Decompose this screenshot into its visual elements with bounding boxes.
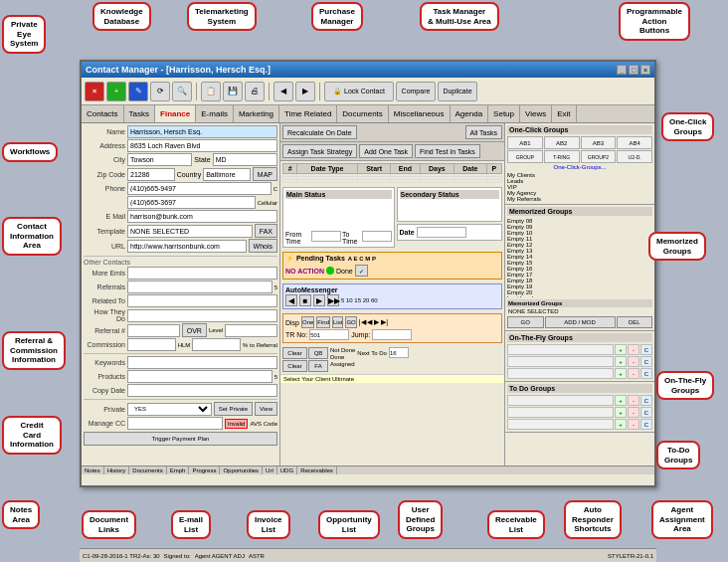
- lock-contact-button[interactable]: 🔒 Lock Contact: [324, 82, 394, 101]
- trigger-payment-button[interactable]: Trigger Payment Plan: [84, 432, 277, 446]
- refresh-button[interactable]: ⟳: [150, 82, 170, 101]
- phone2-input[interactable]: [127, 196, 256, 209]
- email-input[interactable]: [127, 210, 277, 223]
- tab-marketing[interactable]: Marketing: [234, 105, 279, 122]
- whois-button[interactable]: Whois: [249, 239, 277, 253]
- next-todo-input[interactable]: [389, 347, 409, 358]
- mem-del-button[interactable]: DEL: [617, 316, 653, 328]
- otf-minus-2[interactable]: -: [628, 356, 639, 367]
- otf-minus-3[interactable]: -: [628, 368, 639, 379]
- recalculate-button[interactable]: Recalculate On Date: [282, 125, 357, 139]
- compare-button[interactable]: Compare: [396, 82, 436, 101]
- group-ab2[interactable]: AB2: [544, 136, 580, 149]
- state-input[interactable]: [213, 153, 277, 166]
- btab-opportunities[interactable]: Opportunities: [220, 467, 263, 474]
- one-button[interactable]: One: [301, 316, 314, 328]
- phone1-input[interactable]: [127, 182, 272, 195]
- tab-agenda[interactable]: Agenda: [451, 105, 489, 122]
- btab-receivables[interactable]: Receivables: [297, 467, 337, 474]
- todo-minus-1[interactable]: -: [628, 395, 639, 406]
- from-time-input[interactable]: [311, 231, 341, 242]
- view-button[interactable]: View: [255, 402, 277, 416]
- todo-plus-1[interactable]: +: [615, 395, 627, 406]
- date-input[interactable]: [417, 227, 466, 238]
- otf-plus-2[interactable]: +: [615, 356, 627, 367]
- find-jump-button[interactable]: Find: [316, 316, 330, 328]
- products-input[interactable]: [127, 370, 273, 383]
- otf-c-1[interactable]: C: [640, 344, 652, 355]
- hlm-input[interactable]: [192, 338, 241, 351]
- edit-button[interactable]: ✎: [128, 82, 148, 101]
- ovr-button[interactable]: OVR: [182, 323, 207, 337]
- qb-btn[interactable]: QB: [308, 347, 328, 359]
- tab-setup[interactable]: Setup: [488, 105, 520, 122]
- fax-button[interactable]: FAX: [255, 224, 277, 238]
- group-group2[interactable]: GROUP2: [581, 150, 617, 163]
- tr-input[interactable]: [309, 329, 349, 340]
- otf-minus-1[interactable]: -: [628, 344, 639, 355]
- find-task-button[interactable]: Find Test In Tasks: [415, 144, 480, 158]
- referral-input[interactable]: [127, 324, 180, 337]
- more-email-input[interactable]: [127, 267, 277, 280]
- tab-exit[interactable]: Exit: [552, 105, 576, 122]
- copy-date-input[interactable]: [127, 384, 277, 397]
- jump-input[interactable]: [372, 329, 412, 340]
- to-time-input[interactable]: [362, 231, 392, 242]
- btab-progress[interactable]: Progress: [189, 467, 220, 474]
- one-click-all-link[interactable]: One-Click-Groups...: [507, 164, 652, 170]
- btab-emph[interactable]: Emph: [167, 467, 190, 474]
- group-ab3[interactable]: AB3: [581, 136, 617, 149]
- referrals-input[interactable]: [127, 281, 273, 293]
- go-jump-button[interactable]: GO: [345, 316, 356, 328]
- tab-tasks[interactable]: Tasks: [124, 105, 155, 122]
- zip-input[interactable]: [127, 168, 175, 181]
- level-input[interactable]: [225, 324, 277, 337]
- btab-documents[interactable]: Documents: [129, 467, 166, 474]
- commission-input[interactable]: [127, 338, 176, 351]
- todo-c-2[interactable]: C: [640, 407, 652, 418]
- tab-contacts[interactable]: Contacts: [82, 105, 124, 122]
- am-stop-button[interactable]: ■: [299, 294, 311, 306]
- add-task-button[interactable]: Add One Task: [359, 144, 413, 158]
- otf-plus-3[interactable]: +: [615, 368, 627, 379]
- done-button[interactable]: ✓: [355, 265, 368, 277]
- list-jump-button[interactable]: List: [332, 316, 343, 328]
- delete-button[interactable]: ×: [85, 82, 104, 101]
- maximize-button[interactable]: □: [629, 65, 638, 75]
- group-ab4[interactable]: AB4: [617, 136, 652, 149]
- address-input[interactable]: [127, 139, 277, 152]
- otf-plus-1[interactable]: +: [615, 344, 627, 355]
- save-button[interactable]: 💾: [223, 82, 243, 101]
- group-ab1[interactable]: AB1: [507, 136, 543, 149]
- am-play-button[interactable]: ▶: [313, 294, 325, 306]
- map-button[interactable]: MAP: [253, 167, 277, 181]
- btab-url[interactable]: Url: [263, 467, 277, 474]
- template-input[interactable]: [127, 225, 253, 238]
- country-input[interactable]: [203, 168, 251, 181]
- how-they-do-input[interactable]: [127, 309, 277, 322]
- related-to-input[interactable]: [127, 294, 277, 307]
- todo-c-1[interactable]: C: [640, 395, 652, 406]
- group-u2d[interactable]: U2-D.: [617, 150, 652, 163]
- am-next-button[interactable]: ▶▶: [327, 294, 339, 306]
- fa-btn[interactable]: FA: [308, 360, 328, 372]
- todo-minus-3[interactable]: -: [628, 419, 639, 430]
- clear2-btn[interactable]: Clear: [282, 360, 307, 372]
- mem-go-button[interactable]: GO: [507, 316, 544, 328]
- todo-minus-2[interactable]: -: [628, 407, 639, 418]
- otf-c-3[interactable]: C: [640, 368, 652, 379]
- add-button[interactable]: +: [106, 82, 126, 101]
- all-tasks-button[interactable]: All Tasks: [465, 125, 503, 139]
- otf-c-2[interactable]: C: [640, 356, 652, 367]
- url-input[interactable]: [127, 240, 247, 253]
- set-private-button[interactable]: Set Private: [214, 402, 253, 416]
- close-button[interactable]: ×: [640, 65, 650, 75]
- manage-cc-input[interactable]: [127, 417, 223, 430]
- tab-misc[interactable]: Miscellaneous: [389, 105, 451, 122]
- group-group[interactable]: GROUP: [507, 150, 543, 163]
- clear-btn[interactable]: Clear: [282, 347, 307, 359]
- tab-documents[interactable]: Documents: [337, 105, 388, 122]
- todo-plus-2[interactable]: +: [615, 407, 627, 418]
- todo-c-3[interactable]: C: [640, 419, 652, 430]
- private-select[interactable]: YESNO: [127, 403, 212, 416]
